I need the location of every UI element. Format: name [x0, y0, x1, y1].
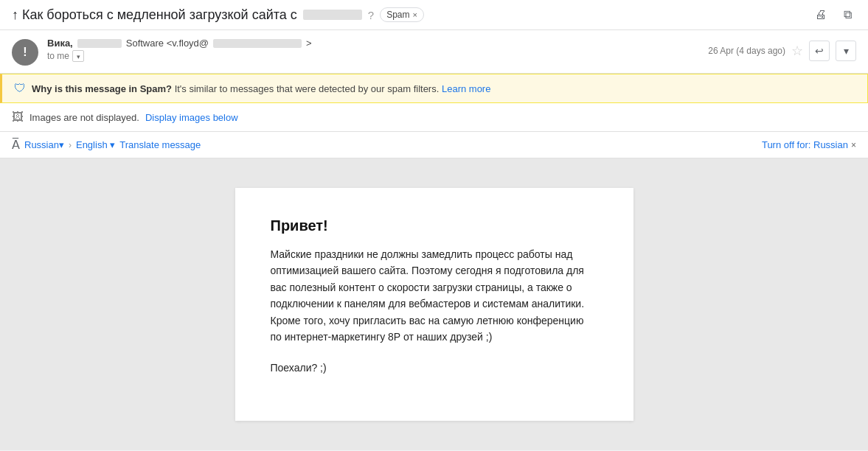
image-icon: 🖼: [12, 111, 24, 124]
spam-warning-bold: Why is this message in Spam?: [32, 83, 172, 94]
turn-off-close-button[interactable]: ×: [851, 140, 856, 150]
subject-bar: ↑ Как бороться с медленной загрузкой сай…: [0, 0, 868, 30]
email-greeting: Привет!: [271, 217, 598, 234]
to-label: to me: [47, 51, 69, 61]
subject-placeholder: [303, 10, 362, 20]
email-card: Привет! Майские праздники не должны заме…: [235, 188, 633, 421]
from-language-button[interactable]: Russian▾: [24, 139, 64, 150]
avatar: !: [12, 39, 38, 66]
sender-bar: ! Вика, Software <v.floyd@ > to me ▾ 26 …: [0, 30, 868, 74]
avatar-letter: !: [23, 46, 27, 59]
translate-bar: A̅ Russian▾ › English ▾ Translate messag…: [0, 132, 868, 158]
new-window-button[interactable]: ⧉: [839, 6, 856, 24]
translate-icon: A̅: [12, 138, 20, 152]
star-button[interactable]: ☆: [791, 43, 803, 59]
more-actions-button[interactable]: ▾: [836, 41, 856, 61]
sender-left: ! Вика, Software <v.floyd@ > to me ▾: [12, 38, 312, 66]
email-paragraph-1: Майские праздники не должны замедлить пр…: [271, 246, 598, 345]
translate-right: Turn off for: Russian ×: [762, 139, 856, 150]
images-bar: 🖼 Images are not displayed. Display imag…: [0, 103, 868, 132]
subject-title: ↑ Как бороться с медленной загрузкой сай…: [12, 7, 297, 23]
sender-info: Вика, Software <v.floyd@ > to me ▾: [47, 38, 312, 62]
to-language-button[interactable]: English ▾: [76, 139, 115, 150]
images-text: Images are not displayed.: [29, 112, 139, 123]
sender-name-line: Вика, Software <v.floyd@ >: [47, 38, 312, 49]
sender-name: Вика,: [47, 38, 73, 49]
language-arrow: ›: [69, 140, 72, 150]
sender-email-suffix: >: [306, 38, 312, 49]
sender-right: 26 Apr (4 days ago) ☆ ↩ ▾: [708, 41, 856, 61]
to-line: to me ▾: [47, 50, 312, 62]
translate-message-link[interactable]: Translate message: [119, 139, 201, 150]
print-button[interactable]: 🖨: [812, 6, 830, 24]
turn-off-button[interactable]: Turn off for: Russian: [762, 139, 848, 150]
spam-close-button[interactable]: ×: [413, 10, 417, 19]
spam-warning-text: Why is this message in Spam? It's simila…: [32, 83, 490, 94]
reply-button[interactable]: ↩: [809, 41, 830, 61]
spam-warning-normal: It's similar to messages that were detec…: [175, 83, 440, 94]
display-images-link[interactable]: Display images below: [145, 112, 238, 123]
email-body-area: Привет! Майские праздники не должны заме…: [0, 158, 868, 450]
email-date: 26 Apr (4 days ago): [708, 46, 785, 56]
shield-icon: 🛡: [14, 82, 26, 95]
email-paragraph-2: Поехали? ;): [271, 360, 598, 376]
spam-label: Spam: [386, 10, 409, 20]
sender-email: Software <v.floyd@: [126, 38, 209, 49]
learn-more-link[interactable]: Learn more: [442, 83, 490, 94]
sender-email-placeholder: [213, 39, 302, 48]
to-language-dropdown: ▾: [110, 139, 115, 150]
spam-badge: Spam ×: [380, 7, 424, 22]
sender-name-placeholder: [77, 39, 122, 48]
question-mark[interactable]: ?: [368, 9, 374, 21]
from-language-label: Russian: [24, 139, 59, 150]
translate-left: A̅ Russian▾ › English ▾ Translate messag…: [12, 138, 201, 152]
email-content: Майские праздники не должны замедлить пр…: [271, 246, 598, 377]
to-dropdown[interactable]: ▾: [72, 50, 84, 62]
to-language-label: English: [76, 139, 108, 150]
subject-icons: 🖨 ⧉: [812, 6, 856, 24]
spam-warning-bar: 🛡 Why is this message in Spam? It's simi…: [0, 74, 868, 103]
subject-left: ↑ Как бороться с медленной загрузкой сай…: [12, 7, 812, 23]
